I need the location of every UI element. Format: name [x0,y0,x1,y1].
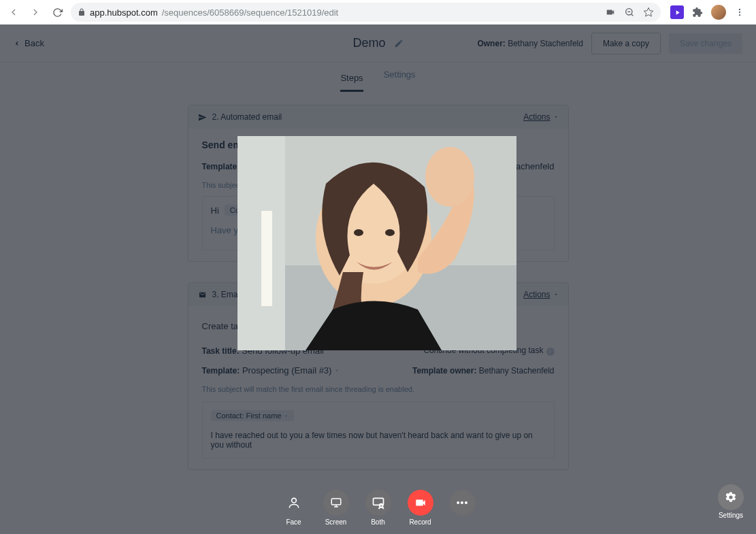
browser-menu-icon[interactable] [733,5,746,19]
profile-avatar[interactable] [711,5,726,20]
more-options-button[interactable]: ••• [450,490,476,516]
record-button[interactable] [408,490,433,516]
screen-mode-button[interactable] [323,490,349,516]
svg-point-13 [354,229,363,236]
video-camera-icon [414,497,427,509]
svg-line-2 [631,14,634,16]
record-label: Record [409,518,431,526]
svg-point-16 [291,498,296,503]
svg-point-6 [739,14,740,16]
lock-icon [78,8,86,16]
camera-permission-icon[interactable] [605,7,616,17]
screen-label: Screen [325,518,347,526]
extensions-area [666,5,751,20]
camera-preview [237,136,516,350]
extensions-puzzle-icon[interactable] [691,5,704,19]
svg-point-14 [385,229,395,236]
url-path: /sequences/6058669/sequence/1521019/edit [162,7,339,18]
svg-point-4 [739,9,740,10]
zoom-icon[interactable] [624,7,635,18]
recorder-settings-fab[interactable]: Settings [718,484,744,519]
svg-rect-10 [261,211,272,306]
browser-chrome-bar: app.hubspot.com/sequences/6058669/sequen… [0,0,756,24]
sendspark-extension-icon[interactable] [670,5,684,19]
settings-label: Settings [719,512,743,519]
monitor-icon [330,497,342,509]
nav-forward-icon[interactable] [27,4,44,20]
svg-rect-17 [331,499,341,505]
both-mode-button[interactable] [365,490,391,516]
url-host: app.hubspot.com [90,7,158,18]
svg-point-15 [425,147,474,207]
monitor-person-icon [372,496,385,510]
svg-marker-3 [644,7,653,16]
face-label: Face [286,518,301,526]
face-mode-button[interactable] [281,490,307,516]
svg-point-5 [739,12,740,13]
person-icon [287,496,301,510]
both-label: Both [371,518,385,526]
nav-back-icon[interactable] [5,4,22,20]
nav-reload-icon[interactable] [49,4,65,20]
star-icon[interactable] [643,7,654,18]
gear-icon [725,491,737,503]
url-bar[interactable]: app.hubspot.com/sequences/6058669/sequen… [71,3,661,22]
recorder-toolbar: Face Screen Both Record ••• [281,490,476,526]
